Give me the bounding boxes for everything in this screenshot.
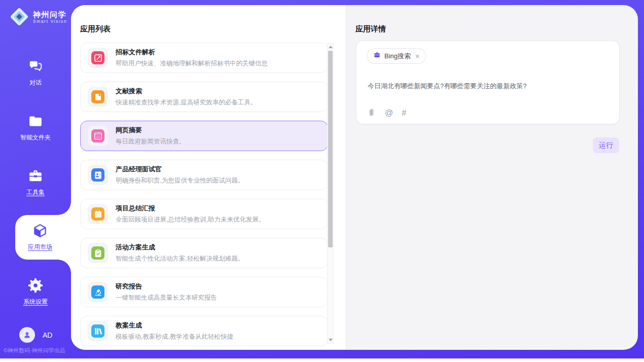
app-item-description: 智能生成个性化活动方案,轻松解决规划难题。	[116, 255, 244, 263]
copyright-text: ©神州数码·神州问学出品	[4, 347, 65, 354]
prompt-input[interactable]: 今日湖北有哪些新闻要点?有哪些需要关注的最新政策?	[368, 82, 609, 91]
app-list-item[interactable]: 项目总结汇报全面回顾项目进展,总结经验教训,助力未来优化发展。	[80, 199, 328, 229]
triangle-down-icon	[329, 339, 333, 341]
main-card: 应用列表 招标文件解析帮助用户快速、准确地理解和解析招标书中的关键信息文献搜索快…	[71, 5, 638, 350]
app-icon-frame	[88, 282, 108, 302]
prompt-card: Bing搜索 × 今日湖北有哪些新闻要点?有哪些需要关注的最新政策? @#	[356, 41, 620, 124]
sidebar-item-label: 智能文件夹	[20, 133, 51, 142]
app-item-title: 活动方案生成	[116, 243, 244, 252]
tool-chip-bing-search[interactable]: Bing搜索 ×	[367, 48, 426, 64]
run-button[interactable]: 运行	[593, 137, 619, 153]
app-item-description: 帮助用户快速、准确地理解和解析招标书中的关键信息	[116, 59, 268, 68]
books-icon	[91, 324, 104, 338]
sidebar-item-label: 系统设置	[23, 298, 48, 306]
sidebar-item-chat[interactable]: 对话	[0, 51, 71, 95]
person-doc-icon	[91, 168, 104, 182]
app-item-description: 明确身份和职责,为您提供专业性的面试问题。	[116, 176, 244, 185]
app-icon-frame	[88, 321, 108, 341]
at-icon[interactable]: @	[385, 108, 393, 118]
scroll-down-button[interactable]	[328, 337, 333, 343]
app-list-item[interactable]: 研究报告一键智能生成高质量长文本研究报告	[80, 277, 328, 307]
app-item-description: 全面回顾项目进展,总结经验教训,助力未来优化发展。	[116, 215, 265, 224]
app-icon-frame	[88, 243, 108, 263]
app-item-title: 文献搜索	[116, 87, 257, 96]
app-detail-panel: 应用详情 Bing搜索 × 今日湖北有哪些新闻要点?有哪些需要关注的最新政策? …	[346, 5, 638, 350]
app-list-item[interactable]: </>网页摘要每日政府新闻资讯快查。	[80, 121, 328, 151]
app-icon-frame	[88, 165, 108, 185]
app-list-title: 应用列表	[80, 24, 111, 34]
app-item-title: 产品经理面试官	[116, 165, 244, 174]
brand-name: 神州问学	[33, 10, 67, 19]
sidebar-item-label: 对话	[29, 79, 42, 87]
app-icon-frame: </>	[88, 126, 108, 146]
folder-icon	[28, 114, 43, 129]
hash-icon[interactable]: #	[402, 108, 406, 118]
cube-icon	[32, 223, 48, 238]
app-item-title: 网页摘要	[116, 126, 186, 135]
app-item-title: 招标文件解析	[116, 48, 268, 57]
app-item-title: 研究报告	[116, 282, 217, 291]
sidebar-item-label: 工具集	[26, 188, 45, 197]
sidebar-item-app-market[interactable]: 应用市场	[15, 215, 71, 260]
microscope-icon	[91, 285, 104, 299]
app-window: 神州问学 Smart Vision 对话智能文件夹工具集应用市场系统设置 AD …	[0, 0, 644, 362]
app-item-title: 教案生成	[116, 321, 233, 330]
brand-subtitle: Smart Vision	[33, 19, 67, 24]
app-list-panel: 应用列表 招标文件解析帮助用户快速、准确地理解和解析招标书中的关键信息文献搜索快…	[71, 5, 346, 350]
pen-square-icon	[91, 51, 104, 64]
app-list-item[interactable]: 产品经理面试官明确身份和职责,为您提供专业性的面试问题。	[80, 160, 328, 190]
svg-text:</>: </>	[95, 135, 100, 138]
scrollbar-thumb[interactable]	[328, 51, 333, 247]
user-menu[interactable]: AD	[19, 327, 52, 343]
paperclip-icon[interactable]	[367, 108, 376, 118]
app-list-item[interactable]: 招标文件解析帮助用户快速、准确地理解和解析招标书中的关键信息	[80, 43, 328, 73]
browser-code-icon: </>	[91, 129, 104, 142]
tool-chip-label: Bing搜索	[384, 52, 411, 61]
scroll-up-button[interactable]	[328, 44, 333, 50]
calendar-icon	[91, 207, 104, 221]
sidebar-item-system-settings[interactable]: 系统设置	[0, 270, 71, 314]
user-name: AD	[43, 331, 52, 339]
gear-icon	[28, 278, 43, 293]
triangle-up-icon	[329, 46, 333, 48]
sidebar-item-label: 应用市场	[28, 243, 52, 251]
app-icon-frame	[88, 48, 108, 68]
app-list-item[interactable]: 文献搜索快速精准查找学术资源,提高研究效率的必备工具。	[80, 82, 328, 112]
diamond-logo-icon	[9, 7, 29, 27]
sidebar-item-toolset[interactable]: 工具集	[0, 160, 71, 205]
app-icon-frame	[88, 204, 108, 224]
app-item-description: 一键智能生成高质量长文本研究报告	[116, 294, 217, 302]
attachment-toolbar: @#	[367, 108, 406, 118]
chat-icon	[28, 59, 43, 74]
app-item-title: 项目总结汇报	[116, 204, 265, 213]
app-list-item[interactable]: 教案生成模板驱动,教案秒成,教学准备从此轻松快捷	[80, 316, 328, 346]
app-detail-title: 应用详情	[355, 24, 386, 34]
app-item-description: 每日政府新闻资讯快查。	[116, 137, 186, 146]
app-list: 招标文件解析帮助用户快速、准确地理解和解析招标书中的关键信息文献搜索快速精准查找…	[80, 43, 328, 350]
app-icon-frame	[88, 87, 108, 107]
app-list-item[interactable]: 活动方案生成智能生成个性化活动方案,轻松解决规划难题。	[80, 238, 328, 268]
sidebar: 神州问学 Smart Vision 对话智能文件夹工具集应用市场系统设置 AD …	[0, 0, 71, 358]
briefcase-icon	[373, 51, 381, 61]
sidebar-nav: 对话智能文件夹工具集应用市场系统设置	[0, 51, 71, 324]
app-item-description: 模板驱动,教案秒成,教学准备从此轻松快捷	[116, 333, 233, 341]
brand-logo: 神州问学 Smart Vision	[9, 7, 67, 27]
toolbox-icon	[28, 168, 43, 184]
book-icon	[91, 90, 104, 103]
chip-close-icon[interactable]: ×	[415, 53, 419, 60]
sidebar-item-smart-folder[interactable]: 智能文件夹	[0, 105, 71, 150]
app-item-description: 快速精准查找学术资源,提高研究效率的必备工具。	[116, 98, 257, 107]
app-list-scrollbar[interactable]	[327, 43, 334, 344]
user-avatar-icon	[19, 327, 35, 343]
clipboard-check-icon	[91, 246, 104, 260]
